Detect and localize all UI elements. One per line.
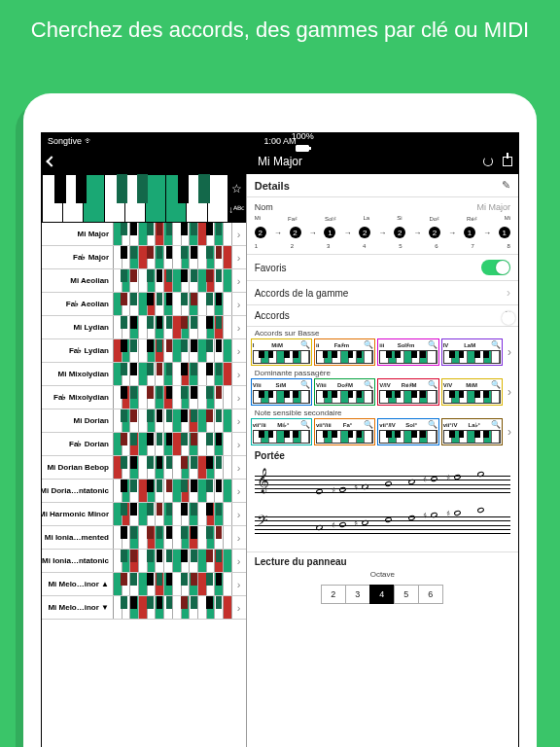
group3-label: Note sensible secondaire [255, 409, 518, 417]
chord-row-leading: vii°/iiMi♭°🔍vii°/iiiFa°🔍vii°/IVSol°🔍vii°… [247, 417, 518, 446]
scale-row[interactable]: Mi Dorian Bebop› [42, 456, 246, 480]
chord-card[interactable]: vii°/VLa♭°🔍 [441, 418, 503, 445]
scale-name: Mi Harmonic Minor [42, 503, 114, 525]
favoris-toggle[interactable] [481, 260, 510, 275]
interval-dot: 2 [359, 227, 370, 238]
octave-button[interactable]: 4 [369, 585, 395, 604]
scale-row[interactable]: Fa♭ Dorian› [42, 433, 246, 456]
chevron-right-icon[interactable]: › [505, 338, 514, 366]
chevron-right-icon: › [232, 293, 246, 315]
chevron-right-icon: › [232, 456, 246, 479]
octave-button[interactable]: 5 [394, 585, 419, 604]
chord-card[interactable]: iiiSol♯m🔍 [377, 338, 438, 366]
reload-button[interactable] [483, 157, 493, 166]
octave-button[interactable]: 6 [418, 585, 443, 604]
scale-mini-keyboard [114, 596, 232, 619]
magnify-icon[interactable]: 🔍 [300, 340, 310, 349]
scale-row[interactable]: Mi Ionia…ntatonic› [42, 550, 246, 573]
promo-headline: Cherchez des accords, des gammes par clé… [0, 0, 560, 54]
scale-row[interactable]: Fa♭ Mixolydian› [42, 386, 246, 409]
chevron-right-icon[interactable]: › [505, 418, 514, 445]
chevron-right-icon: › [232, 246, 246, 268]
scale-mini-keyboard [114, 269, 232, 292]
chevron-right-icon: › [232, 480, 246, 502]
magnify-icon[interactable]: 🔍 [491, 420, 501, 429]
share-button[interactable] [503, 157, 512, 166]
octave-button[interactable]: 2 [321, 585, 346, 604]
scale-row[interactable]: Mi Doria…ntatonic› [42, 480, 246, 503]
chord-name: Do♯M [337, 381, 353, 388]
scale-name: Mi Major [42, 223, 114, 245]
scale-name: Mi Lydian [42, 316, 114, 338]
keyboard-top[interactable]: ☆ ↓ᴬᴮᶜ [42, 174, 246, 223]
favorite-icon[interactable]: ☆ [231, 182, 242, 196]
chord-card[interactable]: V/IVRé♯M🔍 [377, 378, 438, 406]
magnify-icon[interactable]: 🔍 [491, 380, 501, 389]
edit-icon[interactable]: ✎ [502, 179, 510, 192]
chord-name: La♭° [469, 421, 480, 428]
chord-degree: vii°/iii [316, 422, 332, 428]
scale-mini-keyboard [114, 550, 232, 572]
interval-dot: 1 [324, 227, 335, 238]
chord-degree: ii [316, 342, 319, 348]
magnify-icon[interactable]: 🔍 [364, 420, 373, 429]
chord-card[interactable]: V/iiSiM🔍 [251, 378, 312, 406]
scale-name: Mi Ionia…ntatonic [42, 550, 114, 572]
octave-button[interactable]: 3 [345, 585, 370, 604]
chord-card[interactable]: vii°/iiiFa°🔍 [314, 418, 375, 445]
scale-row[interactable]: Mi Melo…inor ▲› [42, 573, 246, 596]
magnify-icon[interactable]: 🔍 [300, 380, 310, 389]
chevron-right-icon: › [232, 363, 246, 385]
chord-degree: V/V [443, 382, 453, 388]
chord-card[interactable]: IVLaM🔍 [441, 338, 503, 366]
chord-card[interactable]: iiFa♯m🔍 [314, 338, 375, 366]
scale-chords-row[interactable]: Accords de la gamme › [247, 281, 518, 305]
favoris-label: Favoris [255, 263, 287, 273]
treble-clef-icon: 𝄞 [257, 468, 269, 493]
scale-row[interactable]: Mi Harmonic Minor› [42, 503, 246, 526]
octave-selector: 23456 [255, 581, 510, 604]
bass-staff: 𝄢 [255, 505, 510, 546]
scale-row[interactable]: Mi Mixolydian› [42, 363, 246, 386]
scale-name: Fa♭ Aeolian [42, 293, 114, 315]
magnify-icon[interactable]: 🔍 [428, 380, 438, 389]
scale-mini-keyboard [114, 456, 232, 479]
chord-name: Fa♯m [334, 341, 349, 348]
magnify-icon[interactable]: 🔍 [491, 340, 501, 349]
octave-label: Octave [255, 570, 510, 579]
chevron-right-icon: › [507, 286, 510, 300]
chord-card[interactable]: vii°/IVSol°🔍 [377, 418, 438, 445]
screen: Songtive ᯤ 1:00 AM 100% Mi Major [41, 132, 519, 747]
favoris-row: Favoris [247, 255, 518, 281]
scale-row[interactable]: Mi Aeolian› [42, 269, 246, 293]
scale-row[interactable]: Fa♭ Major› [42, 246, 246, 269]
chord-card[interactable]: vii°/iiMi♭°🔍 [251, 418, 312, 445]
scale-row[interactable]: Mi Major› [42, 223, 246, 246]
chord-name: Fa° [343, 422, 352, 428]
scale-mini-keyboard [114, 223, 232, 245]
chord-degree: I [253, 342, 255, 348]
sort-icon[interactable]: ↓ᴬᴮᶜ [228, 204, 245, 215]
scale-row[interactable]: Mi Dorian› [42, 409, 246, 433]
chevron-right-icon: › [232, 409, 246, 432]
scale-mini-keyboard [114, 480, 232, 502]
scale-row[interactable]: Fa♭ Aeolian› [42, 293, 246, 316]
magnify-icon[interactable]: 🔍 [364, 340, 373, 349]
magnify-icon[interactable]: 🔍 [364, 380, 373, 389]
scale-row[interactable]: Fa♭ Lydian› [42, 339, 246, 363]
scale-row[interactable]: Mi Ionia…mented› [42, 526, 246, 550]
battery-icon [296, 145, 309, 152]
magnify-icon[interactable]: 🔍 [428, 340, 438, 349]
magnify-icon[interactable]: 🔍 [428, 420, 438, 429]
treble-staff: 𝄞 [255, 464, 510, 505]
chord-card[interactable]: IMiM🔍 [251, 338, 312, 366]
scale-row[interactable]: Mi Lydian› [42, 316, 246, 339]
chord-card[interactable]: V/iiiDo♯M🔍 [314, 378, 375, 406]
chord-card[interactable]: V/VMiM🔍 [441, 378, 503, 406]
interval-dot: 2 [394, 227, 405, 238]
chevron-right-icon: › [232, 573, 246, 595]
magnify-icon[interactable]: 🔍 [300, 420, 310, 429]
chevron-right-icon: › [232, 433, 246, 455]
scale-row[interactable]: Mi Melo…inor ▼› [42, 596, 246, 620]
chevron-right-icon[interactable]: › [505, 378, 514, 406]
